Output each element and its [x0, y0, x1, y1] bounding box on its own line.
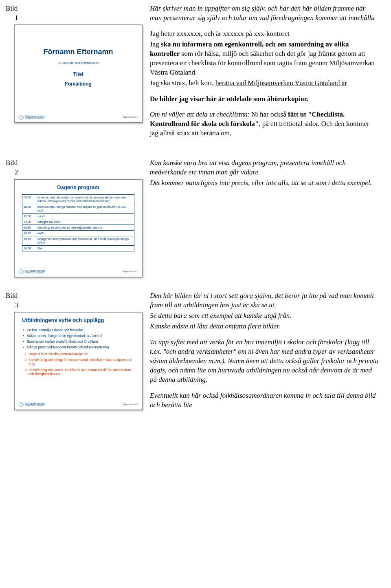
- slide1-tel: Tel xxxxxxxx nnn.nnn@xxxx.se: [57, 61, 99, 65]
- list-item: Samverkan mellan skola/förskola och förv…: [22, 339, 134, 344]
- desc-cell: Allergier NN xxxx: [36, 219, 134, 225]
- doc-row-1: Bild 1 Förnamn Efternamn Tel xxxxxxxx nn…: [0, 0, 391, 154]
- table-row: 14.15Kaffe: [22, 230, 134, 236]
- slide-3-footer: Miljösamverkan VÄSTRA GÖTALAND Egenkontr…: [15, 400, 142, 410]
- doc-row-2: Bild 2 Dagens program 09.00Inledning och…: [0, 154, 391, 287]
- logo-icon: [19, 115, 24, 120]
- r3-p2a: Ta upp syftet med att verka för en bra i…: [150, 338, 379, 385]
- table-row: 10.00Inomhusmiljö. Viktiga faktorer. Hur…: [22, 204, 134, 213]
- r3-p1b: Se detta bara som ett exempel att kanske…: [150, 311, 379, 321]
- slide2-footer-num: Egenkontroll 2: [123, 270, 138, 273]
- right-col-2: Kan kanske vara bra att visa dagens prog…: [150, 159, 379, 277]
- bild-num-3: 3: [6, 301, 18, 310]
- slide2-title: Dagens program: [22, 184, 134, 191]
- desc-cell: Möjligt med bra ventilation och temperat…: [36, 236, 134, 245]
- desc-cell: Städning, en viktig del av innemiljöarbe…: [36, 225, 134, 230]
- table-row: 13.00Allergier NN xxxx: [22, 219, 134, 225]
- r1-p4-a: : Ni har också: [248, 110, 288, 118]
- bild-num-1: 1: [6, 13, 18, 23]
- table-row: 13.30Städning, en viktig del av innemilj…: [22, 225, 134, 230]
- r3-p3: Eventuellt kan här också folkhälsosamord…: [150, 391, 379, 410]
- doc-row-3: Bild 3 Utbildningens syfte och upplägg E…: [0, 287, 391, 426]
- logo-icon-2: [19, 269, 24, 274]
- r1-p4: Om ni väljer att dela ut checklistan: Ni…: [150, 110, 379, 138]
- logo-sub-3: VÄSTRA GÖTALAND: [25, 405, 45, 407]
- slide1-sub2: Förvaltning: [65, 81, 91, 87]
- table-row: 12.00Lunch: [22, 213, 134, 219]
- left-col-1: Bild 1 Förnamn Efternamn Tel xxxxxxxx nn…: [6, 4, 143, 145]
- slide1-footer-num: Egenkontroll 1: [123, 116, 138, 119]
- logo-icon-3: [19, 402, 24, 407]
- table-row: 16.00Slut: [22, 245, 134, 251]
- r2-p1: Kan kanske vara bra att visa dagens prog…: [150, 159, 379, 177]
- list-item: Många personalkategorier berörs och måst…: [22, 345, 134, 350]
- slide3-title: Utbildningens syfte och upplägg: [22, 317, 134, 324]
- r1-p3: De bilder jag visar här är utdelade som …: [150, 95, 379, 104]
- r1-p2c: Jag ska strax, helt kort, berätta vad Mi…: [150, 79, 379, 88]
- slide-1: Förnamn Efternamn Tel xxxxxxxx nnn.nnn@x…: [14, 24, 143, 123]
- time-cell: 09.00: [22, 194, 36, 204]
- time-cell: 16.00: [22, 245, 36, 251]
- r1-p4-it: Om ni väljer att dela ut checklistan: [150, 110, 248, 118]
- list-item: Särskild dag om värme, ventilation och a…: [29, 368, 134, 377]
- logo-2: Miljösamverkan VÄSTRA GÖTALAND: [19, 269, 123, 274]
- slide-1-body: Förnamn Efternamn Tel xxxxxxxx nnn.nnn@x…: [15, 25, 142, 113]
- slide-2-body: Dagens program 09.00Inledning och inform…: [15, 180, 142, 268]
- right-col-3: Den här bilden får ni i stort sett göra …: [150, 291, 379, 416]
- slide2-table: 09.00Inledning och information om egenko…: [22, 194, 134, 251]
- list-item: En bra innemiljö i skolor och förskolor: [22, 328, 134, 333]
- slide-1-footer: Miljösamverkan VÄSTRA GÖTALAND Egenkontr…: [15, 112, 142, 122]
- desc-cell: Inomhusmiljö. Viktiga faktorer. Hur skap…: [36, 204, 134, 213]
- desc-cell: Inledning och information om egenkontrol…: [36, 194, 134, 204]
- time-cell: 13.00: [22, 219, 36, 225]
- r1-p2b-pre: Jag: [150, 40, 161, 48]
- slide3-numlist: Dagens kurs för alla personalkategorierS…: [29, 352, 134, 377]
- slide1-sub1: Titel: [73, 71, 83, 77]
- list-item: Särskild dag om allergi för kostpersonal…: [29, 358, 134, 367]
- desc-cell: Kaffe: [36, 230, 134, 236]
- logo: Miljösamverkan VÄSTRA GÖTALAND: [19, 115, 123, 120]
- time-cell: 14.15: [22, 230, 36, 236]
- slide1-title: Förnamn Efternamn: [43, 47, 113, 57]
- time-cell: 10.00: [22, 204, 36, 213]
- table-row: 15.15Möjligt med bra ventilation och tem…: [22, 236, 134, 245]
- r1-p2b-post: som rör hälsa, miljö och säkerhet och de…: [150, 50, 375, 76]
- bild-word: Bild: [6, 4, 18, 13]
- slide-2-footer: Miljösamverkan VÄSTRA GÖTALAND Egenkontr…: [15, 267, 142, 277]
- slide-3-body: Utbildningens syfte och upplägg En bra i…: [15, 313, 142, 401]
- r3-p1a: Den här bilden får ni i stort sett göra …: [150, 291, 379, 310]
- left-col-3: Bild 3 Utbildningens syfte och upplägg E…: [6, 291, 143, 416]
- logo-sub: VÄSTRA GÖTALAND: [25, 118, 45, 120]
- time-cell: 15.15: [22, 236, 36, 245]
- slide-label-2: Bild 2: [6, 159, 18, 177]
- right-col-1: Här skriver man in uppgifter om sig själ…: [150, 4, 379, 145]
- table-row: 09.00Inledning och information om egenko…: [22, 194, 134, 204]
- time-cell: 13.30: [22, 225, 36, 230]
- r2-p2: Det kommer naturligtvis inte precis, ell…: [150, 178, 379, 188]
- desc-cell: Slut: [36, 245, 134, 251]
- r3-p1c: Kanske måste ni låta detta omfatta flera…: [150, 322, 379, 331]
- list-item: Dagens kurs för alla personalkategorier: [29, 352, 134, 357]
- bild-word-2: Bild: [6, 159, 18, 168]
- slide3-footer-num: Egenkontroll 3: [123, 403, 138, 406]
- r1-p2c-under: berätta vad Miljösamverkan Västra Götala…: [215, 79, 347, 87]
- slide-3: Utbildningens syfte och upplägg En bra i…: [14, 312, 143, 410]
- time-cell: 12.00: [22, 213, 36, 219]
- desc-cell: Lunch: [36, 213, 134, 219]
- slide-label-3: Bild 3: [6, 291, 18, 310]
- bild-word-3: Bild: [6, 291, 18, 301]
- r1-p2b: Jag ska nu informera om egenkontroll, oc…: [150, 40, 379, 77]
- r1-intro: Här skriver man in uppgifter om sig själ…: [150, 4, 379, 23]
- slide3-bullets: En bra innemiljö i skolor och förskolorS…: [22, 328, 134, 350]
- left-col-2: Bild 2 Dagens program 09.00Inledning och…: [6, 159, 143, 277]
- r1-p2c-pre: Jag ska strax, helt kort,: [150, 79, 215, 87]
- list-item: Säkra rutiner. Fungerande egenkontroll ä…: [22, 334, 134, 338]
- r1-p2a: Jag heter xxxxxxx, och är xxxxxx på xxx-…: [150, 29, 379, 39]
- logo-3: Miljösamverkan VÄSTRA GÖTALAND: [19, 402, 123, 407]
- slide-2: Dagens program 09.00Inledning och inform…: [14, 179, 143, 277]
- bild-num-2: 2: [6, 168, 18, 177]
- logo-sub-2: VÄSTRA GÖTALAND: [25, 272, 45, 274]
- slide-label-1: Bild 1: [6, 4, 18, 23]
